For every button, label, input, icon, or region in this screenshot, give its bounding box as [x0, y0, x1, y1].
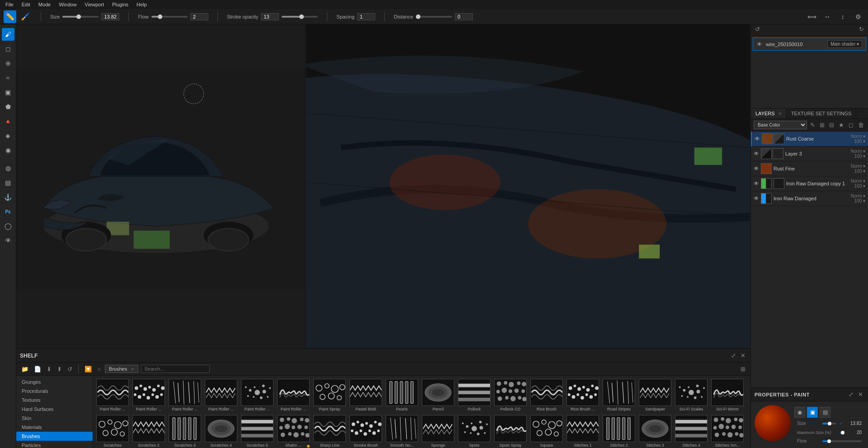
brush-item-22[interactable]: Scratches 5 — [240, 414, 275, 448]
brush-size-slider[interactable] — [822, 423, 836, 424]
distance-value[interactable]: 0 — [455, 13, 473, 20]
prop-close-icon[interactable]: ✕ — [857, 390, 864, 399]
texture-set-item[interactable]: 👁 wire_250150010 Main shader ▾ — [753, 38, 866, 51]
brush-item-23[interactable]: Shahn ... — [276, 414, 311, 448]
shelf-cat-materials[interactable]: Materials — [16, 423, 93, 432]
menu-file[interactable]: File — [2, 1, 17, 8]
ts-undo-icon[interactable]: ↺ — [754, 25, 761, 33]
shelf-active-tab[interactable]: Brushes ✕ — [105, 365, 138, 373]
clone-icon[interactable]: ⊕ — [2, 57, 14, 70]
flip-h-icon[interactable]: ↔ — [821, 10, 834, 23]
layer-eye-4[interactable]: 👁 — [754, 195, 759, 202]
menu-plugins[interactable]: Plugins — [108, 1, 132, 8]
base-color-select[interactable]: Base Color — [754, 121, 807, 129]
shelf-cat-textures[interactable]: Textures — [16, 396, 93, 405]
brush-item-11[interactable]: Pollock CD — [493, 377, 528, 413]
brush-item-4[interactable]: Paint Roller ... — [240, 377, 275, 413]
layer-item-rust-fine[interactable]: 👁 Rust Fine Norm ▾ 100 ▾ — [751, 161, 868, 176]
menu-viewport[interactable]: Viewport — [81, 1, 108, 8]
shelf-export-icon[interactable]: ⬆ — [56, 365, 63, 373]
layer-item-iron-raw[interactable]: 👁 Iron Raw Damaged Norm ▾ 100 ▾ — [751, 191, 868, 206]
menu-mode[interactable]: Mode — [35, 1, 55, 8]
brush-item-27[interactable]: Sponge — [420, 414, 456, 448]
ts-redo-icon[interactable]: ↻ — [858, 25, 865, 33]
ps-icon[interactable]: Ps — [2, 205, 14, 218]
brush-item-21[interactable]: Scratches 4 — [203, 414, 239, 448]
stroke-opacity-slider[interactable] — [282, 16, 318, 18]
prop-expand-icon[interactable]: ⤢ — [847, 390, 855, 399]
tab-layers-close[interactable]: ✕ — [778, 111, 782, 116]
brush-item-6[interactable]: Paint Spray — [312, 377, 347, 413]
spacing-value[interactable]: 1 — [357, 13, 375, 20]
menu-edit[interactable]: Edit — [18, 1, 34, 8]
brush-item-31[interactable]: Stitches 1 — [565, 414, 600, 448]
brush-item-10[interactable]: Pollock — [457, 377, 492, 413]
shelf-search-input[interactable] — [141, 365, 210, 373]
shelf-grid-icon[interactable]: ⊞ — [739, 365, 747, 373]
max-size-slider[interactable] — [840, 432, 843, 434]
layer-group-icon[interactable]: ⊟ — [828, 121, 835, 129]
prop-icon-layers2[interactable]: ▤ — [820, 407, 830, 418]
layer-mask-icon[interactable]: ◻ — [847, 121, 855, 129]
flow-slider2[interactable] — [822, 440, 862, 442]
brush-item-17[interactable]: Sci-Fi Worm — [710, 377, 745, 413]
layer-add-icon[interactable]: ⊞ — [818, 121, 826, 129]
brush-item-14[interactable]: Road Stripes — [601, 377, 637, 413]
settings-cog-icon[interactable]: ⚙ — [852, 10, 864, 23]
shelf-import-icon[interactable]: ⬇ — [45, 365, 53, 373]
shelf-cat-particles[interactable]: Particles — [16, 441, 93, 448]
brush-item-15[interactable]: Sandpaper — [637, 377, 673, 413]
tab-layers[interactable]: LAYERS ✕ — [751, 108, 787, 118]
brush-item-18[interactable]: Scratches — [95, 414, 130, 448]
layer-stack-icon[interactable]: ▤ — [2, 176, 14, 189]
geometry-mask-icon[interactable]: ◈ — [2, 129, 14, 142]
brush-item-1[interactable]: Paint Roller ... — [131, 377, 166, 413]
shelf-tab-close[interactable]: ✕ — [131, 367, 134, 372]
shelf-close-icon[interactable]: ✕ — [739, 351, 747, 360]
brush-item-29[interactable]: Spots Spray — [493, 414, 528, 448]
brush-item-3[interactable]: Paint Roller ... — [203, 377, 239, 413]
brush-item-25[interactable]: Smoke Brush — [348, 414, 383, 448]
layer-fx-icon[interactable]: ★ — [837, 121, 845, 129]
eraser-icon[interactable]: ◻ — [2, 42, 14, 55]
tab-texture-set-settings[interactable]: TEXTURE SET SETTINGS — [787, 108, 857, 118]
brush-item-7[interactable]: Pastel Bold — [348, 377, 383, 413]
brush-item-26[interactable]: Smooth No... — [384, 414, 420, 448]
brush-item-30[interactable]: Square — [529, 414, 564, 448]
smear-icon[interactable]: ≈ — [2, 71, 14, 84]
fill-icon[interactable]: ▣ — [2, 86, 14, 99]
ts-eye-icon[interactable]: 👁 — [757, 41, 762, 47]
shelf-cat-grunges[interactable]: Grunges — [16, 377, 93, 387]
brush-item-9[interactable]: Pencil — [420, 377, 456, 413]
brush-item-24[interactable]: Sharp Line — [312, 414, 347, 448]
size-slider[interactable] — [62, 16, 99, 18]
shelf-new-icon[interactable]: 📄 — [33, 365, 42, 373]
visibility-icon[interactable]: 👁 — [2, 234, 14, 247]
layer-eye-1[interactable]: 👁 — [754, 151, 759, 157]
brush-item-20[interactable]: Scratches 3 — [167, 414, 203, 448]
layer-item-rust-coarse[interactable]: 👁 Rust Coarse Norm ▾ 100 ▾ — [751, 132, 868, 146]
prop-icon-channel[interactable]: ▣ — [807, 407, 818, 418]
shelf-expand-icon[interactable]: ⤢ — [730, 351, 737, 360]
menu-window[interactable]: Window — [55, 1, 80, 8]
brush-item-33[interactable]: Stitches 3 — [637, 414, 673, 448]
brush-item-13[interactable]: Rice Brush ... — [565, 377, 600, 413]
shelf-cat-brushes[interactable]: Brushes — [16, 432, 93, 441]
smudge-tool-icon[interactable]: 🖌️ — [19, 10, 32, 23]
shelf-filter-icon[interactable]: 🔽 — [83, 365, 93, 373]
color-select-icon[interactable]: ◉ — [2, 144, 14, 156]
shelf-cat-skin[interactable]: Skin — [16, 414, 93, 423]
layer-delete-icon[interactable]: 🗑 — [857, 121, 865, 129]
color-pick-icon[interactable]: 🔺 — [2, 115, 14, 127]
layer-item-iron-raw-copy[interactable]: 👁 Iron Raw Damaged copy 1 Norm ▾ 100 ▾ — [751, 176, 868, 191]
layer-eye-2[interactable]: 👁 — [754, 165, 759, 172]
layer-eye-0[interactable]: 👁 — [755, 136, 760, 142]
brush-item-16[interactable]: Sci-Fi Scales — [674, 377, 709, 413]
brush-item-0[interactable]: Paint Roller ... — [95, 377, 130, 413]
paint-brush-icon[interactable]: 🖌 — [2, 28, 14, 41]
shelf-folder-icon[interactable]: 📁 — [20, 365, 30, 373]
polygon-fill-icon[interactable]: ⬟ — [2, 100, 14, 113]
symmetry-icon[interactable]: ⟺ — [806, 10, 818, 23]
brush-item-34[interactable]: Stitches 4 — [674, 414, 709, 448]
distance-slider[interactable] — [416, 16, 452, 18]
